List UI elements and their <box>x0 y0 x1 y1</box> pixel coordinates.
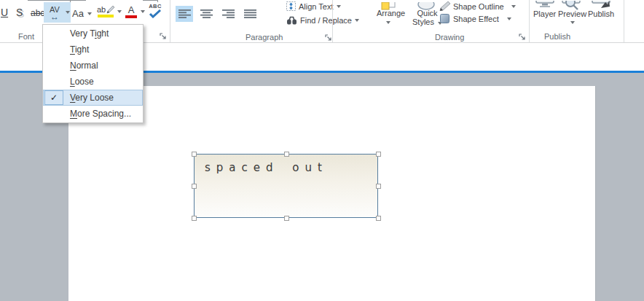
cropped-control-edge <box>28 0 86 1</box>
menu-item[interactable]: ✓Very Loose <box>43 90 143 106</box>
align-left-button[interactable] <box>176 6 193 22</box>
quick-styles-label-line1: Quick <box>417 9 437 17</box>
underline-label: U <box>1 7 8 18</box>
check-icon: ✓ <box>44 90 63 105</box>
selection-handle[interactable] <box>284 216 289 221</box>
character-spacing-menu: Very TightTightNormalLoose✓Very LooseMor… <box>42 24 144 123</box>
chevron-down-icon[interactable] <box>337 5 341 8</box>
text-shadow-label: S <box>16 7 23 18</box>
drawing-dialog-launcher[interactable] <box>519 34 526 41</box>
left-right-arrow-icon: ↔ <box>50 14 59 20</box>
group-separator <box>170 0 170 42</box>
chevron-down-icon[interactable] <box>87 12 92 15</box>
character-spacing-icon: AV ↔ <box>46 5 63 20</box>
chevron-down-icon[interactable] <box>141 10 145 13</box>
find-replace-label: Find / Replace <box>300 16 352 25</box>
selection-handle[interactable] <box>284 152 289 157</box>
paragraph-dialog-launcher[interactable] <box>325 34 332 42</box>
group-separator <box>332 0 333 42</box>
strikethrough-label: abc <box>31 8 44 18</box>
quick-styles-label-line2: Styles <box>412 17 434 26</box>
text-shadow-button[interactable]: S <box>16 7 23 18</box>
chevron-down-icon[interactable] <box>511 5 516 8</box>
app-window: U S abc AV ↔ Aa ab <box>0 0 644 301</box>
font-color-label: A <box>128 5 135 15</box>
highlight-color-swatch <box>98 15 114 17</box>
shape-outline-button[interactable]: Shape Outline <box>439 1 516 11</box>
chevron-down-icon[interactable] <box>117 10 122 13</box>
align-right-button[interactable] <box>219 6 237 22</box>
paragraph-group-label: Paragraph <box>246 33 283 42</box>
chevron-down-icon[interactable] <box>570 21 575 24</box>
slide[interactable]: spaced out <box>68 86 595 301</box>
selection-handle[interactable] <box>376 184 381 189</box>
font-color-button[interactable]: A <box>125 5 145 18</box>
strikethrough-button[interactable]: abc <box>31 8 44 18</box>
cropped-control-edge <box>143 0 158 1</box>
menu-item-label: More Spacing... <box>70 109 131 119</box>
text-highlight-color-button[interactable]: ab <box>97 5 122 17</box>
shape-effect-label: Shape Effect <box>453 15 499 23</box>
publish-label: Publish <box>588 9 614 18</box>
menu-item-label: Tight <box>70 44 89 55</box>
chevron-down-icon[interactable] <box>66 11 70 14</box>
menu-item-label: Loose <box>70 77 94 87</box>
binoculars-icon <box>286 16 297 25</box>
shape-effect-icon <box>440 14 449 23</box>
chevron-down-icon[interactable] <box>355 19 359 22</box>
selection-handle[interactable] <box>192 184 197 189</box>
group-separator <box>624 0 624 42</box>
spell-check-button[interactable]: ABC <box>149 3 162 18</box>
align-center-button[interactable] <box>197 6 215 22</box>
shape-outline-label: Shape Outline <box>453 2 504 11</box>
highlight-pen-icon <box>106 6 114 14</box>
align-center-icon <box>200 9 213 18</box>
spell-check-label: ABC <box>149 3 162 9</box>
align-left-icon <box>178 9 191 18</box>
align-justify-icon <box>244 9 256 18</box>
check-mark-icon <box>149 9 162 18</box>
selection-handle[interactable] <box>192 216 197 221</box>
publish-button[interactable]: Publish <box>588 9 614 18</box>
font-group-label: Font <box>18 32 34 41</box>
shape-outline-pencil-icon <box>439 1 450 11</box>
menu-item[interactable]: Loose <box>43 74 143 90</box>
underline-button[interactable]: U <box>1 7 8 18</box>
character-spacing-button[interactable]: AV ↔ <box>44 2 71 23</box>
shape-effect-button[interactable]: Shape Effect <box>440 14 511 23</box>
font-dialog-launcher[interactable] <box>160 33 167 40</box>
publish-group-label: Publish <box>544 32 570 41</box>
find-replace-button[interactable]: Find / Replace <box>286 16 359 25</box>
chevron-down-icon[interactable] <box>507 17 511 20</box>
menu-item[interactable]: Very Tight <box>43 26 143 42</box>
preview-label: Preview <box>558 9 586 18</box>
chevron-down-icon[interactable] <box>386 21 390 24</box>
change-case-button[interactable]: Aa <box>72 8 92 19</box>
align-right-icon <box>222 9 235 18</box>
font-color-swatch <box>125 15 137 18</box>
align-text-icon <box>286 1 296 11</box>
cropped-control-edge <box>157 0 158 2</box>
change-case-label: Aa <box>72 8 84 19</box>
highlight-label: ab <box>97 5 106 14</box>
arrange-label: Arrange <box>377 9 405 17</box>
group-separator <box>529 0 530 42</box>
menu-item[interactable]: More Spacing... <box>43 106 143 122</box>
selection-handle[interactable] <box>192 152 197 157</box>
selection-handle[interactable] <box>376 216 381 221</box>
menu-item-label: Very Loose <box>70 93 114 103</box>
player-label: Player <box>533 9 556 18</box>
quick-styles-button[interactable]: Quick Styles <box>412 9 442 26</box>
menu-item-label: Normal <box>70 60 98 71</box>
preview-button[interactable]: Preview <box>558 9 586 18</box>
align-justify-button[interactable] <box>241 6 259 22</box>
menu-item[interactable]: Tight <box>43 42 143 58</box>
selected-textbox[interactable]: spaced out <box>194 154 378 218</box>
arrange-button[interactable]: Arrange <box>377 9 405 17</box>
menu-item[interactable]: Normal <box>43 58 143 74</box>
player-button[interactable]: Player <box>533 9 556 18</box>
menu-item-label: Very Tight <box>70 28 109 39</box>
drawing-group-label: Drawing <box>435 33 464 42</box>
selection-handle[interactable] <box>376 152 381 157</box>
textbox-text: spaced out <box>205 161 328 174</box>
